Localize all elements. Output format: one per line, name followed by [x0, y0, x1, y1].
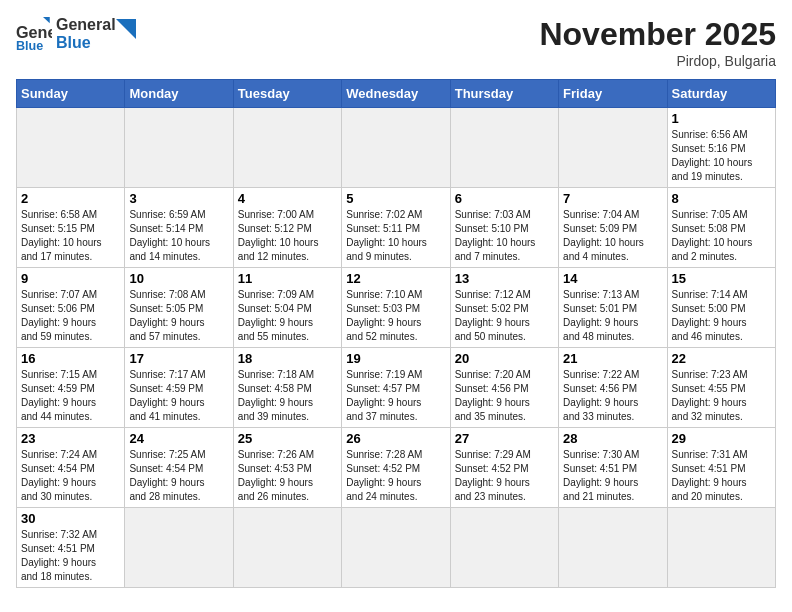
- calendar-cell: 9Sunrise: 7:07 AMSunset: 5:06 PMDaylight…: [17, 268, 125, 348]
- day-number: 13: [455, 271, 554, 286]
- calendar-cell: 8Sunrise: 7:05 AMSunset: 5:08 PMDaylight…: [667, 188, 775, 268]
- calendar-cell: 17Sunrise: 7:17 AMSunset: 4:59 PMDayligh…: [125, 348, 233, 428]
- calendar-cell: [342, 108, 450, 188]
- day-info: Sunrise: 7:23 AMSunset: 4:55 PMDaylight:…: [672, 368, 771, 424]
- weekday-header-monday: Monday: [125, 80, 233, 108]
- day-info: Sunrise: 7:19 AMSunset: 4:57 PMDaylight:…: [346, 368, 445, 424]
- calendar-cell: [667, 508, 775, 588]
- weekday-header-tuesday: Tuesday: [233, 80, 341, 108]
- calendar-cell: [342, 508, 450, 588]
- day-number: 6: [455, 191, 554, 206]
- calendar-week-row: 2Sunrise: 6:58 AMSunset: 5:15 PMDaylight…: [17, 188, 776, 268]
- weekday-header-friday: Friday: [559, 80, 667, 108]
- month-title: November 2025: [539, 16, 776, 53]
- page-header: General Blue General Blue November 2025 …: [16, 16, 776, 69]
- calendar-cell: 1Sunrise: 6:56 AMSunset: 5:16 PMDaylight…: [667, 108, 775, 188]
- calendar-cell: [559, 508, 667, 588]
- calendar-cell: 11Sunrise: 7:09 AMSunset: 5:04 PMDayligh…: [233, 268, 341, 348]
- day-number: 9: [21, 271, 120, 286]
- day-number: 15: [672, 271, 771, 286]
- logo-blue: Blue: [56, 34, 116, 52]
- day-info: Sunrise: 7:24 AMSunset: 4:54 PMDaylight:…: [21, 448, 120, 504]
- day-number: 21: [563, 351, 662, 366]
- calendar-cell: 23Sunrise: 7:24 AMSunset: 4:54 PMDayligh…: [17, 428, 125, 508]
- calendar-cell: 21Sunrise: 7:22 AMSunset: 4:56 PMDayligh…: [559, 348, 667, 428]
- calendar-cell: 3Sunrise: 6:59 AMSunset: 5:14 PMDaylight…: [125, 188, 233, 268]
- day-info: Sunrise: 7:28 AMSunset: 4:52 PMDaylight:…: [346, 448, 445, 504]
- weekday-header-sunday: Sunday: [17, 80, 125, 108]
- calendar-cell: 6Sunrise: 7:03 AMSunset: 5:10 PMDaylight…: [450, 188, 558, 268]
- calendar-cell: 25Sunrise: 7:26 AMSunset: 4:53 PMDayligh…: [233, 428, 341, 508]
- calendar-cell: 15Sunrise: 7:14 AMSunset: 5:00 PMDayligh…: [667, 268, 775, 348]
- day-number: 24: [129, 431, 228, 446]
- calendar-cell: 13Sunrise: 7:12 AMSunset: 5:02 PMDayligh…: [450, 268, 558, 348]
- day-info: Sunrise: 7:31 AMSunset: 4:51 PMDaylight:…: [672, 448, 771, 504]
- day-number: 11: [238, 271, 337, 286]
- day-info: Sunrise: 7:03 AMSunset: 5:10 PMDaylight:…: [455, 208, 554, 264]
- day-info: Sunrise: 7:32 AMSunset: 4:51 PMDaylight:…: [21, 528, 120, 584]
- calendar-week-row: 23Sunrise: 7:24 AMSunset: 4:54 PMDayligh…: [17, 428, 776, 508]
- day-number: 16: [21, 351, 120, 366]
- calendar-cell: 5Sunrise: 7:02 AMSunset: 5:11 PMDaylight…: [342, 188, 450, 268]
- day-info: Sunrise: 7:00 AMSunset: 5:12 PMDaylight:…: [238, 208, 337, 264]
- day-number: 20: [455, 351, 554, 366]
- day-info: Sunrise: 7:10 AMSunset: 5:03 PMDaylight:…: [346, 288, 445, 344]
- logo: General Blue General Blue: [16, 16, 136, 52]
- location-subtitle: Pirdop, Bulgaria: [539, 53, 776, 69]
- day-info: Sunrise: 6:58 AMSunset: 5:15 PMDaylight:…: [21, 208, 120, 264]
- calendar-cell: 22Sunrise: 7:23 AMSunset: 4:55 PMDayligh…: [667, 348, 775, 428]
- day-info: Sunrise: 7:07 AMSunset: 5:06 PMDaylight:…: [21, 288, 120, 344]
- day-info: Sunrise: 7:30 AMSunset: 4:51 PMDaylight:…: [563, 448, 662, 504]
- calendar-cell: 18Sunrise: 7:18 AMSunset: 4:58 PMDayligh…: [233, 348, 341, 428]
- day-info: Sunrise: 7:04 AMSunset: 5:09 PMDaylight:…: [563, 208, 662, 264]
- day-number: 28: [563, 431, 662, 446]
- svg-text:General: General: [16, 23, 52, 41]
- calendar-week-row: 9Sunrise: 7:07 AMSunset: 5:06 PMDaylight…: [17, 268, 776, 348]
- day-info: Sunrise: 6:56 AMSunset: 5:16 PMDaylight:…: [672, 128, 771, 184]
- day-number: 17: [129, 351, 228, 366]
- day-info: Sunrise: 7:13 AMSunset: 5:01 PMDaylight:…: [563, 288, 662, 344]
- calendar-cell: 10Sunrise: 7:08 AMSunset: 5:05 PMDayligh…: [125, 268, 233, 348]
- day-number: 8: [672, 191, 771, 206]
- day-info: Sunrise: 7:08 AMSunset: 5:05 PMDaylight:…: [129, 288, 228, 344]
- day-number: 27: [455, 431, 554, 446]
- day-info: Sunrise: 7:15 AMSunset: 4:59 PMDaylight:…: [21, 368, 120, 424]
- day-info: Sunrise: 7:29 AMSunset: 4:52 PMDaylight:…: [455, 448, 554, 504]
- calendar-cell: [233, 108, 341, 188]
- day-number: 29: [672, 431, 771, 446]
- day-info: Sunrise: 7:17 AMSunset: 4:59 PMDaylight:…: [129, 368, 228, 424]
- calendar-cell: 14Sunrise: 7:13 AMSunset: 5:01 PMDayligh…: [559, 268, 667, 348]
- calendar-cell: 19Sunrise: 7:19 AMSunset: 4:57 PMDayligh…: [342, 348, 450, 428]
- calendar-cell: 20Sunrise: 7:20 AMSunset: 4:56 PMDayligh…: [450, 348, 558, 428]
- calendar-cell: [233, 508, 341, 588]
- day-info: Sunrise: 7:14 AMSunset: 5:00 PMDaylight:…: [672, 288, 771, 344]
- day-number: 19: [346, 351, 445, 366]
- day-info: Sunrise: 7:18 AMSunset: 4:58 PMDaylight:…: [238, 368, 337, 424]
- day-number: 14: [563, 271, 662, 286]
- day-info: Sunrise: 7:20 AMSunset: 4:56 PMDaylight:…: [455, 368, 554, 424]
- day-number: 7: [563, 191, 662, 206]
- day-info: Sunrise: 7:25 AMSunset: 4:54 PMDaylight:…: [129, 448, 228, 504]
- day-info: Sunrise: 7:12 AMSunset: 5:02 PMDaylight:…: [455, 288, 554, 344]
- day-number: 10: [129, 271, 228, 286]
- calendar-cell: 2Sunrise: 6:58 AMSunset: 5:15 PMDaylight…: [17, 188, 125, 268]
- logo-triangle: [116, 19, 136, 39]
- day-number: 5: [346, 191, 445, 206]
- calendar-cell: [559, 108, 667, 188]
- calendar-week-row: 1Sunrise: 6:56 AMSunset: 5:16 PMDaylight…: [17, 108, 776, 188]
- calendar-cell: [17, 108, 125, 188]
- day-number: 23: [21, 431, 120, 446]
- calendar-cell: 30Sunrise: 7:32 AMSunset: 4:51 PMDayligh…: [17, 508, 125, 588]
- calendar-cell: 12Sunrise: 7:10 AMSunset: 5:03 PMDayligh…: [342, 268, 450, 348]
- day-number: 2: [21, 191, 120, 206]
- calendar-week-row: 16Sunrise: 7:15 AMSunset: 4:59 PMDayligh…: [17, 348, 776, 428]
- day-number: 12: [346, 271, 445, 286]
- day-number: 30: [21, 511, 120, 526]
- logo-icon: General Blue: [16, 16, 52, 52]
- calendar-cell: 28Sunrise: 7:30 AMSunset: 4:51 PMDayligh…: [559, 428, 667, 508]
- weekday-header-saturday: Saturday: [667, 80, 775, 108]
- calendar-cell: [125, 508, 233, 588]
- svg-text:Blue: Blue: [16, 39, 43, 52]
- day-number: 26: [346, 431, 445, 446]
- weekday-header-wednesday: Wednesday: [342, 80, 450, 108]
